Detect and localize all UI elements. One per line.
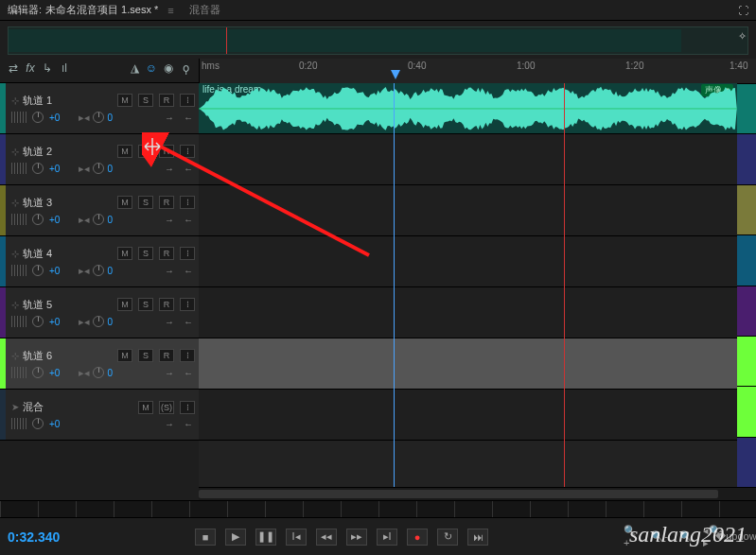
overview-playhead[interactable] — [226, 27, 227, 54]
output-arrow-icon[interactable]: ← — [182, 418, 195, 429]
track-menu-button[interactable]: ⁞ — [180, 298, 195, 311]
track-menu-button[interactable]: ⁞ — [180, 196, 195, 209]
channel-color[interactable] — [737, 386, 756, 436]
track-header[interactable]: ⊹轨道 6 MSR ⁞ +0 ▸◂0 → ← — [0, 338, 199, 390]
volume-knob[interactable] — [32, 214, 44, 225]
volume-knob[interactable] — [32, 418, 44, 429]
track-name[interactable]: ⊹轨道 3 — [11, 196, 112, 210]
track-lane[interactable] — [199, 287, 737, 338]
pan-value[interactable]: 0 — [107, 368, 113, 378]
volume-value[interactable]: +0 — [49, 113, 60, 123]
input-arrow-icon[interactable]: → — [163, 316, 176, 327]
input-arrow-icon[interactable]: → — [163, 265, 176, 276]
volume-knob[interactable] — [32, 265, 44, 276]
tuning-icon[interactable]: ◉ — [161, 61, 176, 76]
mute-button[interactable]: M — [117, 298, 132, 311]
pan-value[interactable]: 0 — [107, 266, 113, 276]
volume-value[interactable]: +0 — [49, 368, 60, 378]
mixer-tab[interactable]: 混音器 — [189, 3, 220, 17]
pan-knob[interactable] — [93, 214, 104, 225]
record-button[interactable]: R — [159, 349, 174, 362]
pan-knob[interactable] — [93, 265, 104, 276]
pan-value[interactable]: 0 — [107, 164, 113, 174]
channel-color[interactable] — [737, 437, 756, 487]
mute-button[interactable]: M — [117, 196, 132, 209]
timecode[interactable]: 0:32.340 — [8, 529, 60, 545]
input-arrow-icon[interactable]: → — [163, 112, 176, 123]
output-arrow-icon[interactable]: ← — [182, 163, 195, 174]
channel-color[interactable] — [737, 133, 756, 183]
mute-button[interactable]: M — [117, 94, 132, 107]
output-arrow-icon[interactable]: ← — [182, 316, 195, 327]
track-name[interactable]: ⊹轨道 4 — [11, 247, 112, 261]
tab-menu-icon[interactable]: ≡ — [167, 5, 173, 16]
volume-knob[interactable] — [32, 316, 44, 327]
skip-start-button[interactable]: I◂ — [286, 529, 307, 546]
shuffle-icon[interactable]: ⇄ — [6, 61, 21, 76]
person-icon[interactable]: ☺ — [144, 61, 159, 76]
forward-button[interactable]: ▸▸ — [346, 529, 367, 546]
overview-region[interactable] — [9, 29, 681, 52]
track-header[interactable]: ⊹轨道 1 MSR ⁞ +0 ▸◂0 → ← — [0, 83, 199, 134]
channel-color[interactable] — [737, 336, 756, 386]
playhead-line[interactable] — [394, 83, 395, 487]
record-button[interactable]: ● — [407, 529, 428, 546]
track-name[interactable]: ⊹轨道 1 — [11, 94, 112, 108]
play-button[interactable]: ▶ — [225, 529, 246, 546]
pause-button[interactable]: ❚❚ — [255, 529, 276, 546]
track-header[interactable]: ⊹轨道 3 MSR ⁞ +0 ▸◂0 → ← — [0, 185, 199, 236]
pan-value[interactable]: 0 — [107, 113, 113, 123]
track-header[interactable]: ⊹轨道 5 MSR ⁞ +0 ▸◂0 → ← — [0, 287, 199, 338]
rewind-button[interactable]: ◂◂ — [316, 529, 337, 546]
track-lane[interactable] — [199, 236, 737, 287]
fx-icon[interactable]: fx — [23, 61, 38, 76]
edit-cursor-line[interactable] — [564, 83, 565, 487]
pan-value[interactable]: 0 — [107, 215, 113, 225]
record-button[interactable]: R — [159, 247, 174, 260]
track-lane[interactable] — [199, 185, 737, 236]
volume-value[interactable]: +0 — [49, 266, 60, 276]
pan-knob[interactable] — [93, 367, 104, 378]
pan-knob[interactable] — [93, 112, 104, 123]
channel-color[interactable] — [737, 286, 756, 336]
timeline[interactable]: life is a dream 声像 ▾ — [199, 83, 737, 487]
output-arrow-icon[interactable]: ← — [182, 112, 195, 123]
solo-button[interactable]: S — [138, 94, 153, 107]
track-menu-button[interactable]: ⁞ — [180, 247, 195, 260]
track-header[interactable]: ⊹轨道 2 MSR ⁞ +0 ▸◂0 → ← — [0, 134, 199, 185]
input-arrow-icon[interactable]: → — [163, 163, 176, 174]
volume-knob[interactable] — [32, 112, 44, 123]
track-lane[interactable] — [199, 338, 737, 390]
overview-scrollbar[interactable] — [8, 26, 748, 55]
track-name[interactable]: ➤混合 — [11, 400, 132, 414]
solo-button[interactable]: S — [138, 349, 153, 362]
record-button[interactable]: R — [159, 298, 174, 311]
solo-button[interactable]: S — [138, 196, 153, 209]
record-button[interactable]: R — [159, 94, 174, 107]
pan-knob[interactable] — [93, 163, 104, 174]
output-arrow-icon[interactable]: ← — [182, 367, 195, 378]
eq-icon[interactable]: ıl — [57, 61, 72, 76]
track-menu-button[interactable]: ⁞ — [180, 401, 195, 414]
playhead-marker-icon[interactable] — [391, 70, 400, 79]
mute-button[interactable]: M — [138, 401, 153, 414]
mute-button[interactable]: M — [117, 247, 132, 260]
volume-value[interactable]: +0 — [49, 419, 60, 429]
output-arrow-icon[interactable]: ← — [182, 214, 195, 225]
track-name[interactable]: ⊹轨道 5 — [11, 298, 112, 312]
channel-color[interactable] — [737, 234, 756, 285]
track-menu-button[interactable]: ⁞ — [180, 94, 195, 107]
snap-icon[interactable]: ✧ — [738, 30, 747, 43]
send-icon[interactable]: ↳ — [40, 61, 55, 76]
volume-value[interactable]: +0 — [49, 164, 60, 174]
record-button[interactable]: R — [159, 196, 174, 209]
loop-button[interactable]: ↻ — [437, 529, 458, 546]
mute-button[interactable]: M — [117, 145, 132, 158]
track-lane[interactable] — [199, 390, 737, 441]
project-tab[interactable]: 未命名混音项目 1.sesx * — [45, 3, 158, 17]
metronome-icon[interactable]: ◮ — [127, 61, 142, 76]
input-arrow-icon[interactable]: → — [163, 214, 176, 225]
channel-color[interactable] — [737, 184, 756, 234]
volume-value[interactable]: +0 — [49, 317, 60, 327]
audio-clip[interactable]: life is a dream 声像 ▾ — [199, 83, 737, 133]
